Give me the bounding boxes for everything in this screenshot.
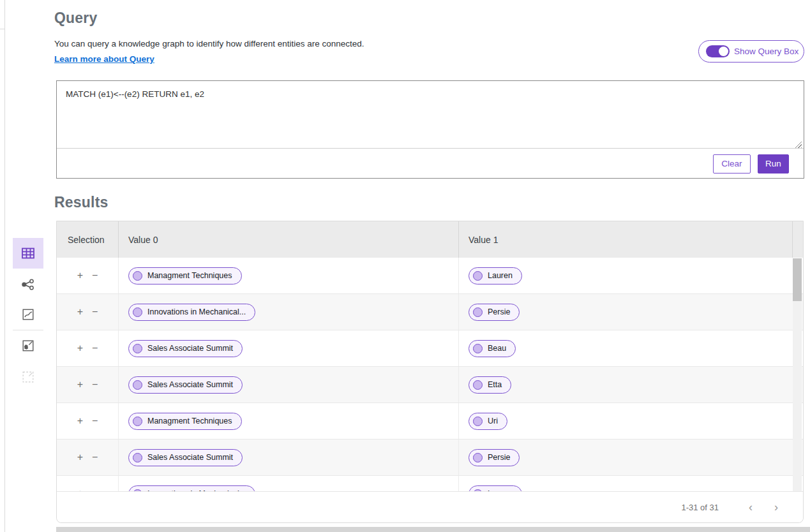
entity-node-icon bbox=[473, 307, 483, 317]
remove-selection-button[interactable]: − bbox=[91, 269, 99, 282]
remove-selection-button[interactable]: − bbox=[91, 378, 99, 391]
pagination-range: 1-31 of 31 bbox=[681, 503, 719, 512]
results-title: Results bbox=[54, 194, 108, 211]
entity-pill[interactable]: Uri bbox=[469, 413, 507, 430]
add-selection-button[interactable]: + bbox=[76, 269, 84, 282]
table-row: + − Managment Techniques Uri bbox=[57, 403, 803, 440]
selection-cell: + − bbox=[57, 476, 119, 492]
entity-node-icon bbox=[473, 380, 483, 390]
value1-cell: Lauren bbox=[459, 476, 803, 492]
query-input[interactable]: MATCH (e1)<--(e2) RETURN e1, e2 bbox=[57, 81, 804, 147]
selection-cell: + − bbox=[57, 440, 119, 475]
entity-node-icon bbox=[133, 344, 142, 353]
query-page: Query You can query a knowledge graph to… bbox=[0, 0, 810, 532]
entity-pill[interactable]: Lauren bbox=[469, 267, 522, 284]
entity-pill[interactable]: Persie bbox=[469, 304, 520, 321]
add-selection-button[interactable]: + bbox=[76, 306, 84, 318]
selection-cell: + − bbox=[57, 403, 119, 439]
page-description: You can query a knowledge graph to ident… bbox=[54, 39, 364, 48]
entity-pill[interactable]: Sales Associate Summit bbox=[128, 340, 243, 357]
table-row: + − Innovations in Mechanical... Lauren bbox=[57, 476, 803, 492]
extra-view-icon-disabled bbox=[21, 370, 35, 384]
value0-cell: Managment Techniques bbox=[119, 258, 459, 293]
entity-pill[interactable]: Managment Techniques bbox=[128, 267, 242, 284]
column-header-value0: Value 0 bbox=[119, 221, 459, 258]
table-row: + − Sales Associate Summit Persie bbox=[57, 440, 803, 476]
extra-view-button-disabled bbox=[13, 362, 43, 392]
value1-cell: Lauren bbox=[459, 258, 803, 293]
value0-cell: Sales Associate Summit bbox=[119, 330, 459, 366]
remove-selection-button[interactable]: − bbox=[91, 451, 99, 464]
query-toolbar: Clear Run bbox=[57, 148, 804, 179]
value1-cell: Beau bbox=[459, 330, 803, 366]
entity-node-icon bbox=[133, 417, 142, 426]
entity-pill[interactable]: Etta bbox=[469, 376, 511, 394]
table-scrollbar-thumb[interactable] bbox=[793, 258, 802, 301]
map-view-button[interactable] bbox=[13, 330, 43, 361]
table-row: + − Managment Techniques Lauren bbox=[57, 258, 803, 294]
page-title: Query bbox=[54, 10, 97, 27]
toggle-label: Show Query Box bbox=[734, 47, 799, 56]
entity-node-icon bbox=[133, 380, 142, 390]
graph-view-icon bbox=[20, 277, 36, 292]
entity-node-icon bbox=[473, 453, 483, 462]
add-selection-button[interactable]: + bbox=[76, 342, 84, 355]
value0-cell: Innovations in Mechanical... bbox=[119, 476, 459, 492]
table-view-icon bbox=[20, 246, 36, 261]
run-button[interactable]: Run bbox=[758, 154, 789, 174]
table-view-button[interactable] bbox=[13, 238, 43, 269]
entity-pill[interactable]: Innovations in Mechanical... bbox=[128, 304, 255, 321]
entity-pill[interactable]: Sales Associate Summit bbox=[128, 449, 243, 466]
entity-pill[interactable]: Sales Associate Summit bbox=[128, 376, 243, 394]
page-left-border bbox=[4, 0, 5, 532]
bottom-edge-band bbox=[56, 527, 810, 532]
selection-cell: + − bbox=[57, 294, 119, 330]
entity-pill[interactable]: Persie bbox=[469, 449, 520, 466]
selection-cell: + − bbox=[57, 367, 119, 403]
show-query-box-toggle[interactable]: Show Query Box bbox=[698, 40, 804, 63]
clear-button[interactable]: Clear bbox=[713, 154, 751, 174]
column-header-selection: Selection bbox=[57, 221, 119, 258]
table-row: + − Sales Associate Summit Etta bbox=[57, 367, 803, 403]
entity-node-icon bbox=[473, 417, 483, 426]
results-table-header: Selection Value 0 Value 1 bbox=[57, 221, 803, 258]
remove-selection-button[interactable]: − bbox=[91, 342, 99, 355]
entity-node-icon bbox=[473, 271, 483, 281]
results-table-body: + − Managment Techniques Lauren + − Inno… bbox=[57, 258, 803, 492]
graph-view-button[interactable] bbox=[13, 269, 43, 300]
value1-cell: Uri bbox=[459, 403, 803, 439]
entity-pill[interactable]: Managment Techniques bbox=[128, 413, 242, 430]
entity-node-icon bbox=[133, 307, 142, 317]
table-scrollbar-track[interactable] bbox=[793, 258, 802, 492]
value1-cell: Persie bbox=[459, 440, 803, 475]
query-editor-panel: MATCH (e1)<--(e2) RETURN e1, e2 Clear Ru… bbox=[56, 80, 804, 179]
add-selection-button[interactable]: + bbox=[76, 415, 84, 427]
value0-cell: Innovations in Mechanical... bbox=[119, 294, 459, 330]
value0-cell: Sales Associate Summit bbox=[119, 367, 459, 403]
results-panel: Selection Value 0 Value 1 + − Managment … bbox=[56, 221, 804, 523]
value0-cell: Sales Associate Summit bbox=[119, 440, 459, 475]
value0-cell: Managment Techniques bbox=[119, 403, 459, 439]
pagination-prev-button[interactable]: ‹ bbox=[738, 501, 763, 514]
column-header-scrollbar-gutter bbox=[793, 221, 803, 258]
toggle-switch-icon[interactable] bbox=[706, 45, 730, 57]
entity-pill[interactable]: Beau bbox=[469, 340, 516, 357]
pagination-next-button[interactable]: › bbox=[763, 501, 789, 514]
table-row: + − Sales Associate Summit Beau bbox=[57, 330, 803, 367]
entity-node-icon bbox=[133, 453, 142, 462]
page-left-border-tick bbox=[0, 29, 5, 29]
map-view-icon bbox=[21, 339, 35, 353]
selection-cell: + − bbox=[57, 258, 119, 293]
selection-cell: + − bbox=[57, 330, 119, 366]
add-selection-button[interactable]: + bbox=[76, 378, 84, 391]
entity-node-icon bbox=[133, 271, 142, 281]
learn-more-link[interactable]: Learn more about Query bbox=[54, 54, 154, 64]
value1-cell: Etta bbox=[459, 367, 803, 403]
table-row: + − Innovations in Mechanical... Persie bbox=[57, 294, 803, 330]
add-selection-button[interactable]: + bbox=[76, 451, 84, 464]
remove-selection-button[interactable]: − bbox=[91, 415, 99, 427]
value1-cell: Persie bbox=[459, 294, 803, 330]
chart-view-button[interactable] bbox=[13, 299, 43, 330]
remove-selection-button[interactable]: − bbox=[91, 306, 99, 318]
results-footer: 1-31 of 31 ‹ › bbox=[57, 491, 803, 522]
